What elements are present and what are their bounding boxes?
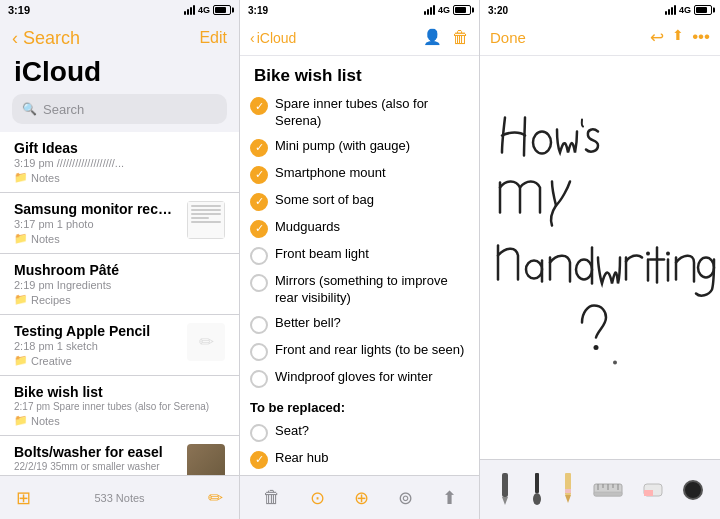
check-circle-5[interactable]: ✓	[250, 220, 268, 238]
note-item-mushroom[interactable]: Mushroom Pâté 2:19 pm Ingredients 📁 Reci…	[0, 254, 239, 315]
notes-list: Gift Ideas 3:19 pm ///////////////////..…	[0, 132, 239, 475]
check-item-7: Mirrors (something to improve rear visib…	[250, 269, 469, 311]
check-circle-7[interactable]	[250, 274, 268, 292]
check-footer-icon[interactable]: ⊙	[310, 487, 325, 509]
note-item-samsung[interactable]: Samsung monitor receipt 3:17 pm 1 photo …	[0, 193, 239, 254]
check-circle-8[interactable]	[250, 316, 268, 334]
handwriting-panel: 3:20 4G Done ↩ ⬆ •••	[480, 0, 720, 519]
compose-icon[interactable]: ✏	[208, 487, 223, 509]
panel-title-1: iCloud	[0, 56, 239, 94]
check-circle-2[interactable]: ✓	[250, 139, 268, 157]
note-meta: 3:19 pm ///////////////////...	[14, 157, 225, 169]
svg-point-2	[576, 260, 592, 280]
handwriting-svg	[480, 56, 720, 459]
svg-rect-18	[565, 489, 571, 493]
svg-point-15	[533, 493, 541, 505]
brush-icon	[531, 471, 543, 509]
note-content: Bike wish list 2:17 pm Spare inner tubes…	[14, 384, 225, 427]
check-circle-1[interactable]: ✓	[250, 97, 268, 115]
share-footer-icon[interactable]: ⬆	[442, 487, 457, 509]
more-icon[interactable]: •••	[692, 27, 710, 48]
search-bar-1[interactable]: 🔍 Search	[12, 94, 227, 124]
add-footer-icon[interactable]: ⊕	[354, 487, 369, 509]
check-text-7: Mirrors (something to improve rear visib…	[275, 273, 469, 307]
check-item-12: ✓ Rear hub	[250, 446, 469, 473]
folder-icon: 📁	[14, 293, 28, 306]
folder-icon: 📁	[14, 414, 28, 427]
note-item-testing[interactable]: Testing Apple Pencil 2:18 pm 1 sketch 📁 …	[0, 315, 239, 376]
note-content: Testing Apple Pencil 2:18 pm 1 sketch 📁 …	[14, 323, 179, 367]
check-text-5: Mudguards	[275, 219, 469, 236]
trash-footer-icon[interactable]: 🗑	[263, 487, 281, 508]
status-bar-3: 3:20 4G	[480, 0, 720, 20]
check-circle-12[interactable]: ✓	[250, 451, 268, 469]
check-text-11: Seat?	[275, 423, 469, 440]
eraser-tool[interactable]	[642, 479, 664, 501]
status-icons-1: 4G	[184, 5, 231, 15]
search-icon-1: 🔍	[22, 102, 37, 116]
edit-button[interactable]: Edit	[199, 29, 227, 47]
ruler-tool[interactable]	[593, 480, 623, 500]
check-item-3: ✓ Smartphone mount	[250, 161, 469, 188]
note-title: Gift Ideas	[14, 140, 225, 156]
check-item-1: ✓ Spare inner tubes (also for Serena)	[250, 92, 469, 134]
check-item-11: Seat?	[250, 419, 469, 446]
battery-icon-2	[453, 5, 471, 15]
check-circle-4[interactable]: ✓	[250, 193, 268, 211]
brush-tool[interactable]	[531, 471, 543, 509]
note-content: Mushroom Pâté 2:19 pm Ingredients 📁 Reci…	[14, 262, 225, 306]
pen-icon	[498, 471, 512, 509]
folder-icon: 📁	[14, 232, 28, 245]
back-icloud-button[interactable]: ‹ iCloud	[250, 30, 296, 46]
share-icon-3[interactable]: ⬆	[672, 27, 684, 48]
done-button[interactable]: Done	[490, 29, 526, 46]
note-meta: 3:17 pm 1 photo	[14, 218, 179, 230]
check-item-9: Front and rear lights (to be seen)	[250, 338, 469, 365]
note-thumbnail-testing: ✏	[187, 323, 225, 361]
nav-bar-3: Done ↩ ⬆ •••	[480, 20, 720, 56]
check-text-2: Mini pump (with gauge)	[275, 138, 469, 155]
back-label-2: iCloud	[257, 30, 297, 46]
grid-icon[interactable]: ⊞	[16, 487, 31, 509]
handwriting-canvas[interactable]	[480, 56, 720, 459]
time-1: 3:19	[8, 4, 30, 16]
check-text-9: Front and rear lights (to be seen)	[275, 342, 469, 359]
check-item-8: Better bell?	[250, 311, 469, 338]
note-thumbnail-bolts	[187, 444, 225, 475]
note-item-gift-ideas[interactable]: Gift Ideas 3:19 pm ///////////////////..…	[0, 132, 239, 193]
note-item-bolts[interactable]: Bolts/washer for easel 22/2/19 35mm or s…	[0, 436, 239, 475]
back-search-button[interactable]: ‹ Search	[12, 28, 80, 49]
check-text-1: Spare inner tubes (also for Serena)	[275, 96, 469, 130]
check-circle-6[interactable]	[250, 247, 268, 265]
check-item-6: Front beam light	[250, 242, 469, 269]
signal-icon-3	[665, 5, 676, 15]
svg-marker-17	[565, 495, 571, 503]
notes-list-panel: 3:19 4G ‹ Search Edit iCloud 🔍 Search Gi…	[0, 0, 240, 519]
svg-point-8	[666, 252, 670, 256]
person-icon[interactable]: 👤	[423, 28, 442, 48]
time-2: 3:19	[248, 5, 268, 16]
ruler-icon	[593, 480, 623, 500]
check-text-6: Front beam light	[275, 246, 469, 263]
check-circle-11[interactable]	[250, 424, 268, 442]
check-circle-3[interactable]: ✓	[250, 166, 268, 184]
check-text-8: Better bell?	[275, 315, 469, 332]
status-icons-3: 4G	[665, 5, 712, 15]
trash-nav-icon[interactable]: 🗑	[452, 28, 469, 48]
check-circle-9[interactable]	[250, 343, 268, 361]
pencil-tool[interactable]	[562, 471, 574, 509]
folder-icon: 📁	[14, 474, 28, 475]
note-item-bike[interactable]: Bike wish list 2:17 pm Spare inner tubes…	[0, 376, 239, 436]
note-title: Mushroom Pâté	[14, 262, 225, 278]
check-item-4: ✓ Some sort of bag	[250, 188, 469, 215]
undo-icon[interactable]: ↩	[650, 27, 664, 48]
pencil-icon	[562, 471, 574, 509]
note-folder: 📁 Notes	[14, 414, 225, 427]
checklist: ✓ Spare inner tubes (also for Serena) ✓ …	[240, 92, 479, 475]
eraser-icon	[642, 479, 664, 501]
check-circle-10[interactable]	[250, 370, 268, 388]
check-text-10: Windproof gloves for winter	[275, 369, 469, 386]
pen-tool[interactable]	[498, 471, 512, 509]
lasso-footer-icon[interactable]: ⊚	[398, 487, 413, 509]
color-picker-tool[interactable]	[683, 480, 703, 500]
